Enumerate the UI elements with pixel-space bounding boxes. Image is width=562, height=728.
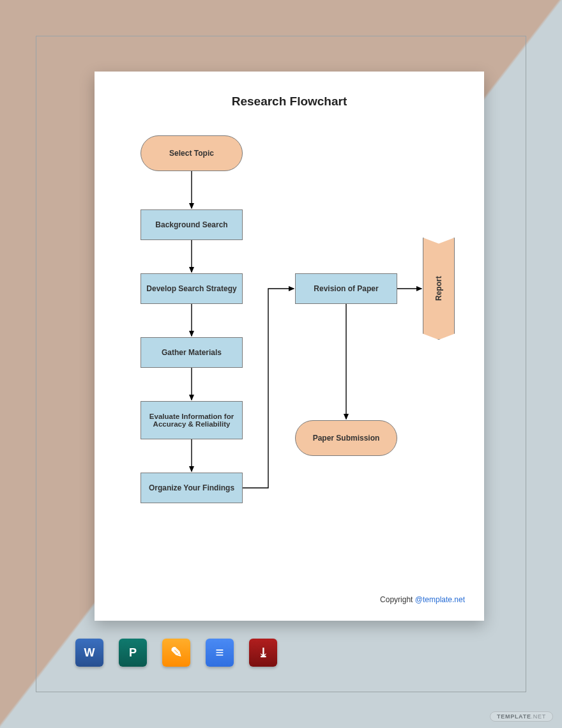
node-paper-submission: Paper Submission [295,420,397,456]
app-icons-row [75,639,277,667]
pages-icon[interactable] [162,639,190,667]
watermark: TEMPLATE.NET [490,711,553,722]
document-page: Research Flowchart Select Topic Backgrou… [95,72,484,621]
publisher-icon[interactable] [119,639,147,667]
docs-icon[interactable] [206,639,234,667]
copyright: Copyright @template.net [380,595,465,604]
copyright-link[interactable]: @template.net [415,595,465,604]
node-develop-strategy: Develop Search Strategy [140,273,243,304]
node-evaluate-info: Evaluate Information for Accuracy & Reli… [140,401,243,439]
node-background-search: Background Search [140,209,243,240]
node-gather-materials: Gather Materials [140,337,243,368]
watermark-b: .NET [531,713,546,720]
node-report: Report [423,238,455,340]
node-organize-findings: Organize Your Findings [140,473,243,503]
node-select-topic: Select Topic [140,135,243,171]
node-revision-paper: Revision of Paper [295,273,397,304]
pdf-icon[interactable] [249,639,277,667]
copyright-label: Copyright [380,595,415,604]
watermark-a: TEMPLATE [497,713,531,720]
page-title: Research Flowchart [95,95,484,109]
word-icon[interactable] [75,639,103,667]
